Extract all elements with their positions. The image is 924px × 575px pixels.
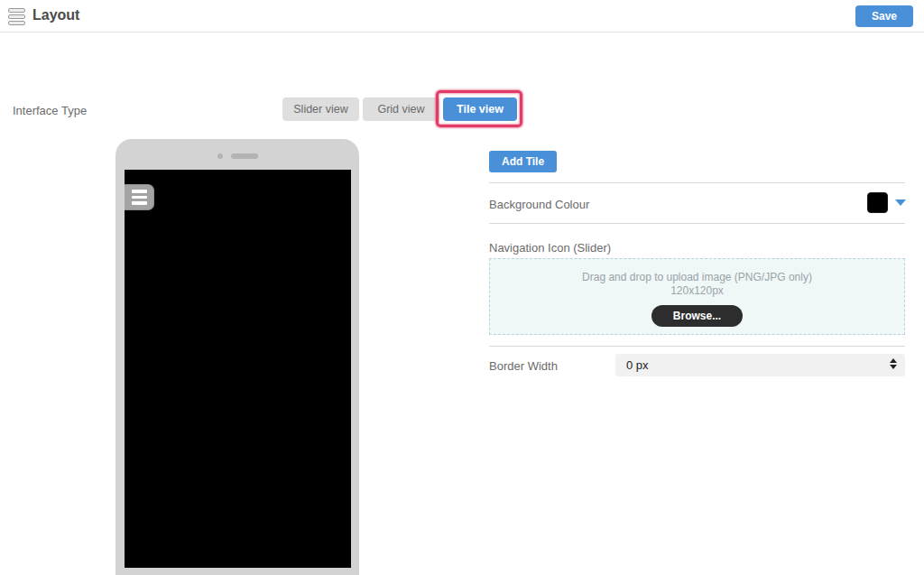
tile-view-button[interactable]: Tile view: [443, 97, 517, 121]
background-colour-swatch[interactable]: [867, 192, 888, 213]
navigation-icon-label: Navigation Icon (Slider): [489, 241, 611, 255]
tablet-camera-dot: [217, 153, 223, 159]
header-bar: Layout Save: [0, 0, 924, 32]
divider: [489, 223, 905, 224]
save-button[interactable]: Save: [855, 5, 913, 27]
border-width-label: Border Width: [489, 359, 558, 373]
interface-type-toggle: Slider view Grid view Tile view: [282, 97, 517, 121]
page-title: Layout: [32, 7, 79, 23]
layout-rows-icon: [8, 8, 25, 25]
main-content: Interface Type Slider view Grid view Til…: [0, 32, 924, 574]
border-width-value: 0 px: [626, 358, 649, 372]
tablet-screen-preview: [125, 170, 351, 568]
add-tile-button[interactable]: Add Tile: [489, 151, 557, 172]
tablet-speaker-bar: [231, 153, 258, 159]
colour-dropdown-caret-icon[interactable]: [895, 199, 906, 206]
tablet-preview: [116, 139, 359, 575]
divider: [489, 182, 905, 183]
divider: [489, 346, 905, 347]
image-upload-dropzone[interactable]: Drag and drop to upload image (PNG/JPG o…: [489, 258, 905, 335]
border-width-select[interactable]: 0 px: [615, 354, 905, 376]
dropzone-instruction-line2: 120x120px: [490, 284, 904, 298]
dropzone-instruction-line1: Drag and drop to upload image (PNG/JPG o…: [490, 271, 904, 284]
interface-type-label: Interface Type: [13, 104, 87, 117]
select-spinner-icon: [890, 358, 897, 369]
browse-button[interactable]: Browse...: [651, 305, 743, 327]
hamburger-nav-tab-icon: [125, 184, 154, 210]
grid-view-button[interactable]: Grid view: [363, 97, 439, 121]
slider-view-button[interactable]: Slider view: [282, 97, 359, 121]
background-colour-label: Background Colour: [489, 198, 589, 211]
